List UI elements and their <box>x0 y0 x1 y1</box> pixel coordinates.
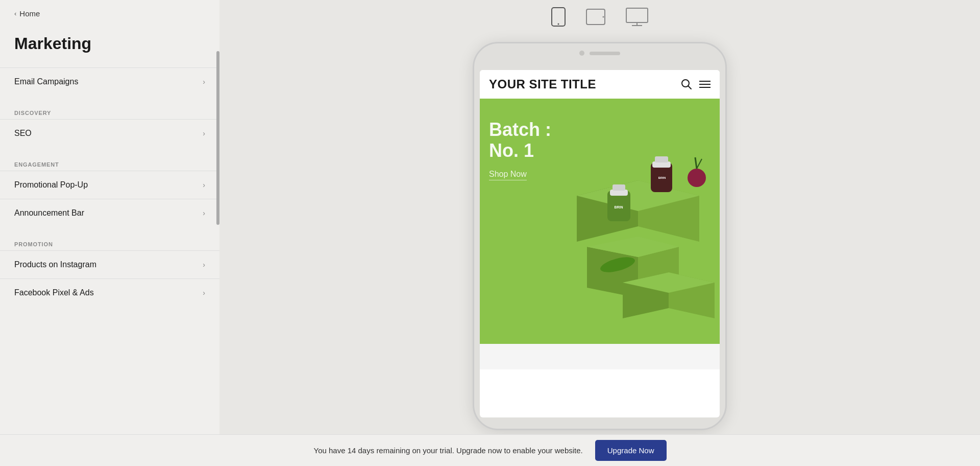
phone-notch <box>579 51 620 56</box>
back-nav-label: Home <box>19 9 40 18</box>
device-toolbar <box>551 0 648 32</box>
svg-point-3 <box>603 16 604 18</box>
svg-rect-4 <box>626 8 648 22</box>
section-label-discovery: DISCOVERY <box>0 96 219 119</box>
svg-rect-2 <box>586 9 605 25</box>
section-label-engagement: ENGAGEMENT <box>0 147 219 171</box>
svg-line-31 <box>695 157 697 169</box>
sidebar-item-email-campaigns[interactable]: Email Campaigns › <box>0 67 219 96</box>
phone-screen: YOUR SITE TITLE <box>480 70 720 417</box>
sidebar: ‹ Home Marketing Email Campaigns › DISCO… <box>0 0 219 466</box>
chevron-right-icon: › <box>203 129 205 137</box>
hero-text: Batch : No. 1 Shop Now <box>489 119 551 180</box>
phone-outer: YOUR SITE TITLE <box>473 42 727 430</box>
sidebar-item-label: Email Campaigns <box>14 77 78 86</box>
svg-rect-23 <box>612 184 625 191</box>
mobile-view-button[interactable] <box>551 7 566 27</box>
sidebar-item-seo[interactable]: SEO › <box>0 119 219 147</box>
sidebar-item-label: Promotional Pop-Up <box>14 180 88 190</box>
sidebar-item-facebook-pixel-ads[interactable]: Facebook Pixel & Ads › <box>0 278 219 307</box>
hero-title: Batch : No. 1 <box>489 119 551 161</box>
sidebar-item-label: SEO <box>14 129 32 138</box>
chevron-right-icon: › <box>203 289 205 297</box>
sidebar-item-promotional-popup[interactable]: Promotional Pop-Up › <box>0 171 219 199</box>
svg-rect-27 <box>655 156 668 162</box>
hero-product-illustration: BRIN BRIN <box>556 129 720 344</box>
svg-point-30 <box>688 169 706 187</box>
phone-camera <box>579 51 584 56</box>
main-content: YOUR SITE TITLE <box>219 0 980 466</box>
trial-bar: You have 14 days remaining on your trial… <box>0 434 980 466</box>
hamburger-icon <box>699 80 710 88</box>
sidebar-item-label: Announcement Bar <box>14 208 84 218</box>
upgrade-now-button[interactable]: Upgrade Now <box>595 440 667 461</box>
sidebar-item-announcement-bar[interactable]: Announcement Bar › <box>0 199 219 227</box>
site-nav-icons <box>681 79 710 90</box>
chevron-right-icon: › <box>203 78 205 86</box>
back-nav[interactable]: ‹ Home <box>0 0 219 27</box>
chevron-right-icon: › <box>203 181 205 189</box>
sidebar-item-products-on-instagram[interactable]: Products on Instagram › <box>0 250 219 278</box>
back-chevron-icon: ‹ <box>14 10 16 17</box>
phone-speaker <box>590 52 620 55</box>
svg-line-32 <box>697 159 702 169</box>
chevron-right-icon: › <box>203 209 205 217</box>
section-label-promotion: PROMOTION <box>0 227 219 250</box>
site-title: YOUR SITE TITLE <box>489 77 596 91</box>
site-header: YOUR SITE TITLE <box>480 70 720 99</box>
svg-text:BRIN: BRIN <box>614 205 623 209</box>
sidebar-item-label: Facebook Pixel & Ads <box>14 288 94 297</box>
page-title: Marketing <box>0 27 219 67</box>
hero-cta: Shop Now <box>489 170 527 180</box>
search-icon <box>681 79 692 90</box>
site-footer-area <box>480 344 720 369</box>
svg-point-1 <box>558 24 559 25</box>
phone-mockup: YOUR SITE TITLE <box>473 42 727 430</box>
chevron-right-icon: › <box>203 261 205 269</box>
svg-line-8 <box>688 86 691 89</box>
trial-message: You have 14 days remaining on your trial… <box>314 446 583 455</box>
tablet-view-button[interactable] <box>586 9 605 25</box>
sidebar-item-label: Products on Instagram <box>14 260 96 269</box>
svg-text:BRIN: BRIN <box>658 176 666 179</box>
hero-section: Batch : No. 1 Shop Now <box>480 99 720 344</box>
desktop-view-button[interactable] <box>626 8 648 26</box>
